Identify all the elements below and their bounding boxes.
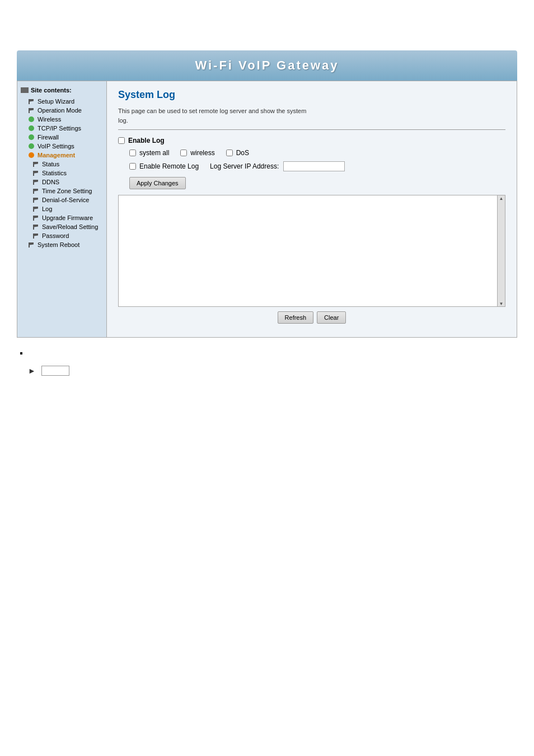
- sidebar-label: Management: [38, 152, 75, 158]
- enable-remote-log-checkbox[interactable]: [129, 163, 136, 170]
- sidebar-item-tcpip[interactable]: TCP/IP Settings: [21, 124, 103, 133]
- flag-icon: [33, 216, 39, 221]
- sidebar-label: Password: [42, 232, 69, 239]
- circle-green-icon: [29, 143, 34, 149]
- sidebar-label: Setup Wizard: [38, 98, 74, 105]
- sidebar-title: Site contents:: [21, 87, 103, 94]
- sidebar-label: Denial-of-Service: [42, 197, 89, 203]
- scroll-up-arrow[interactable]: ▲: [499, 195, 504, 201]
- desc-line1: This page can be used to set remote log …: [118, 108, 306, 114]
- desc-line2: log.: [118, 117, 128, 124]
- sidebar-item-dos[interactable]: Denial-of-Service: [21, 195, 103, 204]
- options-row: system all wireless DoS: [118, 149, 505, 157]
- wireless-checkbox[interactable]: [180, 150, 187, 156]
- wireless-label: wireless: [190, 149, 214, 157]
- sidebar-item-save-reload[interactable]: Save/Reload Setting: [21, 222, 103, 231]
- bullet-item: [28, 349, 517, 357]
- enable-remote-log-label: Enable Remote Log: [139, 162, 199, 170]
- clear-button[interactable]: Clear: [317, 311, 346, 324]
- flag-icon: [33, 171, 39, 176]
- right-arrow-icon: ►: [28, 366, 36, 375]
- sidebar-label: DDNS: [42, 179, 59, 185]
- enable-log-checkbox[interactable]: [118, 137, 125, 144]
- wireless-option: wireless: [180, 149, 214, 157]
- sidebar-label: TCP/IP Settings: [38, 125, 81, 132]
- sidebar-item-log[interactable]: Log: [21, 204, 103, 213]
- sidebar-item-setup-wizard[interactable]: Setup Wizard: [21, 97, 103, 106]
- extra-input[interactable]: [41, 366, 69, 376]
- flag-icon: [33, 180, 39, 185]
- sidebar-label: System Reboot: [38, 241, 79, 248]
- sidebar-item-upgrade-firmware[interactable]: Upgrade Firmware: [21, 213, 103, 222]
- sidebar-item-firewall[interactable]: Firewall: [21, 133, 103, 142]
- sidebar-item-voip[interactable]: VoIP Settings: [21, 142, 103, 151]
- enable-remote-log-row: Enable Remote Log: [129, 162, 199, 170]
- sidebar-label: Upgrade Firmware: [42, 214, 93, 221]
- main-container: Site contents: Setup Wizard Operation Mo…: [17, 81, 517, 338]
- sidebar-item-wireless[interactable]: Wireless: [21, 115, 103, 124]
- sidebar-title-label: Site contents:: [31, 87, 72, 94]
- sidebar-label: Time Zone Setting: [42, 188, 92, 194]
- enable-log-row: Enable Log: [118, 137, 505, 144]
- sidebar-label: Wireless: [38, 116, 61, 123]
- sidebar-title-icon: [21, 87, 29, 93]
- below-content: ►: [17, 349, 517, 376]
- flag-icon: [33, 189, 39, 194]
- sidebar-item-system-reboot[interactable]: System Reboot: [21, 240, 103, 249]
- log-server-input[interactable]: [283, 161, 345, 171]
- sidebar-label: Log: [42, 206, 52, 212]
- sidebar-item-operation-mode[interactable]: Operation Mode: [21, 106, 103, 115]
- remote-log-section: Enable Remote Log Log Server IP Address:: [118, 161, 505, 171]
- dos-label: DoS: [236, 149, 249, 157]
- flag-icon: [29, 108, 34, 113]
- log-server-section: Log Server IP Address:: [210, 161, 345, 171]
- circle-green-icon: [29, 134, 34, 140]
- sidebar-item-ddns[interactable]: DDNS: [21, 178, 103, 186]
- content-area: System Log This page can be used to set …: [107, 81, 517, 337]
- sidebar-label: VoIP Settings: [38, 143, 74, 150]
- page-description: This page can be used to set remote log …: [118, 106, 505, 125]
- app-title: Wi-Fi VoIP Gateway: [17, 58, 517, 73]
- sidebar-item-timezone[interactable]: Time Zone Setting: [21, 186, 103, 195]
- log-server-label: Log Server IP Address:: [210, 162, 279, 170]
- page-title: System Log: [118, 89, 505, 101]
- flag-icon: [29, 99, 34, 104]
- sidebar-label: Save/Reload Setting: [42, 223, 98, 230]
- flag-icon: [33, 198, 39, 203]
- sidebar-label: Firewall: [38, 134, 59, 141]
- system-all-option: system all: [129, 149, 169, 157]
- circle-green-icon: [29, 125, 34, 131]
- log-scrollbar: ▲ ▼: [497, 195, 505, 306]
- divider: [118, 129, 505, 130]
- circle-orange-icon: [29, 152, 34, 158]
- sidebar-label: Statistics: [42, 170, 67, 176]
- system-all-label: system all: [139, 149, 169, 157]
- header-bar: Wi-Fi VoIP Gateway: [17, 50, 517, 81]
- circle-green-icon: [29, 116, 34, 122]
- arrow-row: ►: [28, 366, 517, 376]
- apply-btn-row: Apply Changes: [118, 177, 505, 189]
- refresh-button[interactable]: Refresh: [278, 311, 314, 324]
- flag-icon: [33, 207, 39, 212]
- scroll-down-arrow[interactable]: ▼: [499, 301, 504, 306]
- flag-icon: [33, 162, 39, 167]
- sidebar-item-status[interactable]: Status: [21, 160, 103, 169]
- apply-changes-button[interactable]: Apply Changes: [129, 177, 186, 189]
- bottom-buttons: Refresh Clear: [118, 311, 505, 324]
- sidebar-label: Status: [42, 161, 59, 167]
- sidebar: Site contents: Setup Wizard Operation Mo…: [17, 81, 107, 337]
- sidebar-label: Operation Mode: [38, 107, 82, 114]
- form-section: Enable Log system all wireless DoS: [118, 137, 505, 324]
- log-textarea-container: ▲ ▼: [118, 195, 505, 307]
- flag-icon: [29, 242, 34, 248]
- dos-checkbox[interactable]: [226, 150, 233, 156]
- sidebar-item-statistics[interactable]: Statistics: [21, 169, 103, 178]
- sidebar-item-password[interactable]: Password: [21, 231, 103, 240]
- flag-icon: [33, 234, 39, 239]
- dos-option: DoS: [226, 149, 249, 157]
- flag-icon: [33, 225, 39, 230]
- enable-log-label: Enable Log: [128, 137, 165, 144]
- sidebar-item-management[interactable]: Management: [21, 151, 103, 160]
- system-all-checkbox[interactable]: [129, 150, 136, 156]
